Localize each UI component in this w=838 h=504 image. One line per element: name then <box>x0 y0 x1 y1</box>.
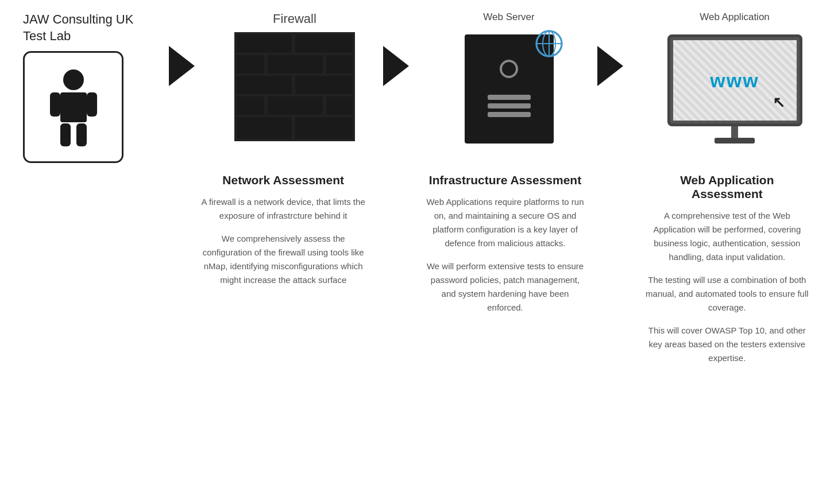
brand-label: JAW Consulting UK Test Lab <box>23 11 133 44</box>
firewall-icon <box>234 32 355 141</box>
svg-rect-13 <box>237 76 292 94</box>
test-lab-column: JAW Consulting UK Test Lab <box>23 11 149 163</box>
svg-rect-11 <box>268 55 323 73</box>
monitor-icon: www ↖ <box>666 34 804 144</box>
svg-rect-4 <box>60 123 71 146</box>
firewall-column: Firewall <box>226 11 364 141</box>
arrow-1 <box>165 46 211 86</box>
svg-rect-8 <box>237 34 292 53</box>
webapp-assessment-col: Web Application Assessment A comprehensi… <box>639 173 815 374</box>
brand-line1: JAW Consulting UK <box>23 12 133 26</box>
monitor-frame: www ↖ <box>667 34 802 126</box>
network-assessment-title: Network Assessment <box>222 173 344 187</box>
svg-rect-1 <box>60 92 87 122</box>
icon-row: JAW Consulting UK Test Lab <box>17 11 821 163</box>
arrow-chevron-1 <box>169 46 206 86</box>
infra-assessment-col: Infrastructure Assessment Web Applicatio… <box>417 173 593 324</box>
globe-icon <box>534 29 564 59</box>
monitor-base <box>715 138 755 144</box>
arrow-chevron-3 <box>597 46 635 86</box>
webserver-label: Web Server <box>483 11 534 29</box>
arrow-3 <box>593 46 639 86</box>
svg-rect-14 <box>295 76 353 94</box>
assessment-row: Network Assessment A firewall is a netwo… <box>17 173 821 374</box>
webapp-assessment-p2: The testing will use a combination of bo… <box>645 273 809 315</box>
svg-rect-29 <box>488 103 531 108</box>
network-assessment-col: Network Assessment A firewall is a netwo… <box>195 173 371 296</box>
person-icon <box>48 67 99 148</box>
svg-rect-2 <box>50 92 60 117</box>
svg-rect-10 <box>237 55 264 73</box>
brand-line2: Test Lab <box>23 29 71 43</box>
svg-rect-12 <box>326 55 353 73</box>
cursor-icon: ↖ <box>773 94 785 111</box>
network-assessment-p1: A firewall is a network device, that lim… <box>201 195 365 223</box>
monitor-screen: www ↖ <box>673 40 797 121</box>
svg-rect-30 <box>488 112 531 117</box>
webapp-column: Web Application www ↖ <box>654 11 815 144</box>
svg-rect-3 <box>87 92 97 117</box>
svg-rect-17 <box>326 96 353 115</box>
webapp-assessment-p1: A comprehensive test of the Web Applicat… <box>645 209 809 264</box>
network-assessment-p2: We comprehensively assess the configurat… <box>201 232 365 287</box>
webserver-column: Web Server <box>440 11 578 146</box>
monitor-stand <box>731 126 738 138</box>
webserver-icon-wrap <box>465 34 554 146</box>
arrow-chevron-2 <box>383 46 420 86</box>
webapp-label: Web Application <box>700 11 770 29</box>
svg-rect-28 <box>488 95 531 100</box>
svg-rect-15 <box>237 96 264 115</box>
firewall-label: Firewall <box>273 11 316 26</box>
svg-rect-18 <box>237 117 292 139</box>
infra-assessment-p2: We will perform extensive tests to ensur… <box>423 259 587 315</box>
infra-assessment-title: Infrastructure Assessment <box>429 173 581 187</box>
svg-marker-31 <box>597 46 623 86</box>
svg-rect-16 <box>268 96 323 115</box>
page: JAW Consulting UK Test Lab <box>0 0 838 504</box>
svg-rect-5 <box>76 123 87 146</box>
www-text: www <box>710 69 759 92</box>
webapp-assessment-title: Web Application Assessment <box>645 173 809 201</box>
svg-rect-19 <box>295 117 353 139</box>
infra-assessment-p1: Web Applications require platforms to ru… <box>423 195 587 250</box>
person-box <box>23 51 123 163</box>
svg-point-0 <box>63 69 84 90</box>
svg-rect-9 <box>295 34 353 53</box>
webapp-assessment-p3: This will cover OWASP Top 10, and other … <box>645 324 809 365</box>
svg-marker-20 <box>383 46 409 86</box>
arrow-2 <box>379 46 425 86</box>
svg-marker-6 <box>169 46 195 86</box>
